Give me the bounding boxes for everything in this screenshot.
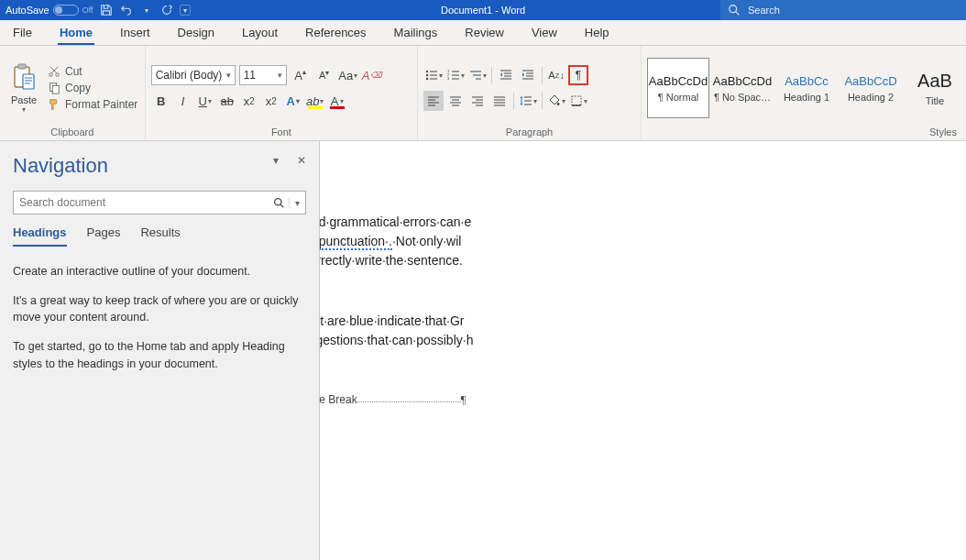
- text-effects-button[interactable]: A▾: [283, 91, 303, 111]
- svg-text:3: 3: [447, 76, 450, 81]
- search-box[interactable]: Search: [720, 0, 966, 20]
- qat-customize-icon[interactable]: ▾: [180, 5, 191, 16]
- style-label: ¶ No Spac…: [714, 92, 771, 103]
- font-name-combo[interactable]: Calibri (Body)▾: [151, 65, 236, 85]
- svg-line-10: [51, 67, 58, 73]
- paintbrush-icon: [48, 98, 60, 111]
- copy-icon: [48, 82, 60, 94]
- group-label-paragraph: Paragraph: [423, 126, 635, 139]
- italic-button[interactable]: I: [173, 91, 193, 111]
- group-styles: AaBbCcDd¶ NormalAaBbCcDd¶ No Spac…AaBbCc…: [642, 46, 966, 140]
- autosave-toggle[interactable]: AutoSave Off: [5, 5, 93, 16]
- align-center-button[interactable]: [445, 91, 466, 111]
- cut-button[interactable]: Cut: [48, 65, 137, 78]
- format-painter-button[interactable]: Format Painter: [48, 98, 137, 111]
- bullets-button[interactable]: ▾: [423, 65, 444, 85]
- numbering-button[interactable]: 123▾: [445, 65, 466, 85]
- svg-point-15: [425, 74, 427, 76]
- font-size-combo[interactable]: 11▾: [239, 65, 287, 85]
- copy-button[interactable]: Copy: [48, 82, 137, 94]
- document-line[interactable]: you·how·to·correctly·write·the·sentence.: [320, 251, 966, 270]
- style-item-3[interactable]: AaBbCcDHeading 2: [840, 58, 902, 118]
- tab-view[interactable]: View: [530, 22, 559, 45]
- justify-button[interactable]: [489, 91, 510, 111]
- document-line[interactable]: You'll·find·suggestions·that·can·possibl…: [320, 331, 966, 350]
- navigation-close-icon[interactable]: ✕: [297, 154, 306, 167]
- document-page[interactable]: Mispellings·and·grammatical·errors·can·e…: [320, 141, 966, 560]
- tab-review[interactable]: Review: [463, 22, 506, 45]
- svg-point-59: [275, 198, 281, 204]
- superscript-button[interactable]: x2: [261, 91, 281, 111]
- search-icon: [728, 4, 741, 16]
- tab-file[interactable]: File: [11, 22, 34, 45]
- line-spacing-button[interactable]: ▾: [518, 91, 538, 111]
- navigation-title: Navigation: [13, 154, 306, 178]
- svg-line-11: [50, 67, 57, 73]
- tab-help[interactable]: Help: [583, 22, 611, 45]
- increase-indent-button[interactable]: [518, 65, 538, 85]
- subscript-button[interactable]: x2: [239, 91, 259, 111]
- paragraph-mark: ¶: [320, 361, 966, 380]
- ribbon-tabs: File Home Insert Design Layout Reference…: [0, 20, 966, 46]
- nav-tab-results[interactable]: Results: [140, 225, 180, 247]
- search-icon[interactable]: [269, 197, 289, 209]
- navigation-search-input[interactable]: [14, 196, 269, 209]
- nav-tab-headings[interactable]: Headings: [13, 225, 67, 247]
- tab-mailings[interactable]: Mailings: [392, 22, 440, 45]
- document-line[interactable]: Mispellings·and·grammatical·errors·can·e: [320, 213, 966, 232]
- svg-rect-4: [23, 74, 34, 89]
- paste-dropdown-icon[interactable]: ▾: [5, 105, 42, 114]
- style-preview: AaBbCcD: [844, 74, 896, 88]
- search-options-dropdown-icon[interactable]: ▾: [289, 198, 305, 208]
- style-label: Title: [926, 95, 944, 106]
- sort-button[interactable]: AZ↓: [546, 65, 566, 85]
- align-right-button[interactable]: [467, 91, 488, 111]
- redo-icon[interactable]: [159, 3, 174, 17]
- search-placeholder: Search: [748, 5, 780, 16]
- page-break-marker[interactable]: Page Break¶: [320, 391, 966, 408]
- decrease-indent-button[interactable]: [496, 65, 516, 85]
- navigation-search[interactable]: ▾: [13, 191, 306, 214]
- document-line[interactable]: other·types·of·punctuation·.·Not·only·wi…: [320, 232, 966, 251]
- strikethrough-button[interactable]: ab: [217, 91, 237, 111]
- style-item-1[interactable]: AaBbCcDd¶ No Spac…: [711, 58, 774, 118]
- style-preview: AaBbCcDd: [649, 74, 708, 88]
- document-line[interactable]: Underlines·that·are·blue·indicate·that·G…: [320, 312, 966, 331]
- multilevel-list-button[interactable]: ▾: [467, 65, 488, 85]
- highlight-button[interactable]: ab▾: [305, 91, 325, 111]
- grammar-error[interactable]: punctuation·.: [320, 234, 392, 250]
- tab-home[interactable]: Home: [58, 22, 94, 45]
- grow-font-button[interactable]: A▴: [291, 65, 311, 85]
- change-case-button[interactable]: Aa▾: [338, 65, 358, 85]
- nav-tab-pages[interactable]: Pages: [87, 225, 121, 247]
- tab-references[interactable]: References: [303, 22, 368, 45]
- font-color-button[interactable]: A▾: [327, 91, 347, 111]
- document-canvas[interactable]: Mispellings·and·grammatical·errors·can·e…: [320, 141, 966, 560]
- undo-icon[interactable]: [119, 3, 134, 17]
- tab-insert[interactable]: Insert: [118, 22, 152, 45]
- save-icon[interactable]: [99, 3, 114, 17]
- style-item-0[interactable]: AaBbCcDd¶ Normal: [647, 58, 709, 118]
- style-item-4[interactable]: AaBTitle: [904, 58, 966, 118]
- tab-layout[interactable]: Layout: [240, 22, 280, 45]
- shading-button[interactable]: ▾: [546, 91, 566, 111]
- toggle-off-icon: [53, 5, 79, 16]
- show-hide-paragraph-button[interactable]: ¶: [568, 65, 588, 85]
- underline-button[interactable]: U▾: [195, 91, 215, 111]
- navigation-dropdown-icon[interactable]: ▾: [273, 154, 279, 167]
- style-preview: AaBbCcDd: [713, 74, 772, 88]
- group-font: Calibri (Body)▾ 11▾ A▴ A▾ Aa▾ A⌫ B I U▾ …: [146, 46, 418, 140]
- shrink-font-button[interactable]: A▾: [314, 65, 335, 85]
- tab-design[interactable]: Design: [176, 22, 216, 45]
- style-item-2[interactable]: AaBbCcHeading 1: [775, 58, 838, 118]
- svg-point-16: [425, 78, 427, 80]
- align-left-button[interactable]: [423, 91, 444, 111]
- svg-rect-13: [52, 85, 59, 93]
- bold-button[interactable]: B: [151, 91, 171, 111]
- undo-dropdown-icon[interactable]: ▾: [139, 3, 154, 17]
- borders-button[interactable]: ▾: [568, 91, 588, 111]
- paste-button[interactable]: Paste ▾: [5, 63, 42, 114]
- svg-rect-3: [18, 64, 26, 69]
- style-preview: AaBbCc: [785, 74, 829, 88]
- clear-formatting-button[interactable]: A⌫: [362, 65, 382, 85]
